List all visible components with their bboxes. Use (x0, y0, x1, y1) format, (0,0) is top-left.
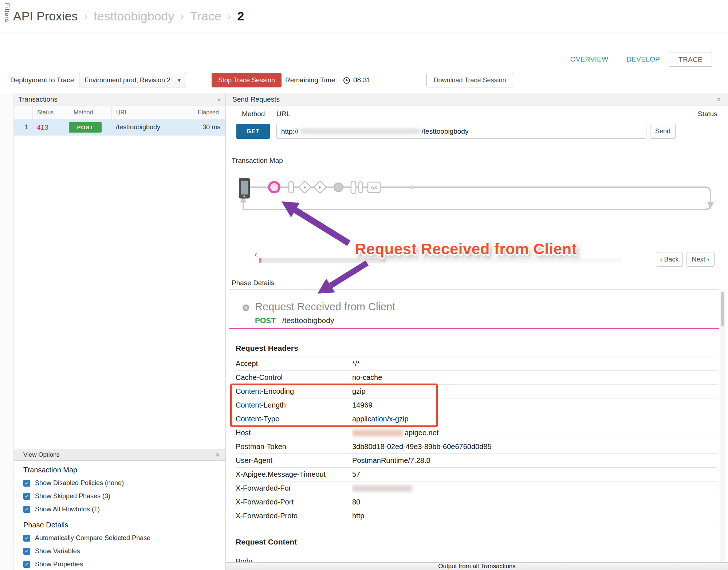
filters-strip (0, 93, 14, 570)
host-suffix: apigee.net (405, 429, 438, 437)
header-value: gzip (352, 385, 717, 398)
flow-node-f1[interactable]: F (299, 181, 311, 193)
analytics-node[interactable]: AX (368, 182, 380, 192)
header-value (352, 481, 717, 495)
collapse-panel-icon[interactable]: « (217, 95, 221, 103)
view-option-show-disabled-policies[interactable]: ✓ Show Disabled Policies (none) (23, 479, 225, 487)
phase-method: POST (255, 316, 276, 325)
phase-node[interactable] (334, 183, 343, 192)
policy-capsule-icon[interactable] (289, 181, 294, 193)
header-name: Host (236, 426, 352, 440)
method-label: Method (242, 110, 265, 118)
view-option-label[interactable]: Show Disabled Policies (none) (35, 479, 124, 487)
phase-path: /testtoobigbody (282, 316, 334, 325)
header-value: */* (352, 357, 717, 370)
view-option-show-variables[interactable]: ✓ Show Variables (23, 547, 225, 555)
checkbox-checked-icon[interactable]: ✓ (23, 535, 30, 542)
transactions-column-headers: Status Method URI Elapsed (14, 106, 225, 119)
filters-tab[interactable]: Filters (3, 3, 11, 22)
page-tabs: OVERVIEW DEVELOP TRACE (561, 52, 712, 67)
checkbox-checked-icon[interactable]: ✓ (23, 506, 30, 513)
checkbox-checked-icon[interactable]: ✓ (23, 480, 30, 487)
checkbox-checked-icon[interactable]: ✓ (23, 493, 30, 500)
view-option-label[interactable]: Show Skipped Phases (3) (35, 492, 110, 500)
header-name: Cache-Control (236, 371, 352, 384)
url-input[interactable]: http:// /testtoobigbody (276, 124, 646, 139)
request-header-row: Accept */* (236, 357, 717, 371)
send-requests-header: Send Requests « (226, 93, 728, 106)
analytics-node-label: AX (371, 185, 377, 190)
view-option-label[interactable]: Show Properties (35, 561, 83, 568)
transactions-title: Transactions (18, 95, 58, 103)
transaction-method-cell: POST (69, 119, 111, 135)
request-header-row: X-Forwarded-Proto http (236, 509, 717, 523)
policy-capsule-icon[interactable] (359, 182, 363, 193)
chevron-down-icon: ▾ (178, 77, 181, 84)
view-options-title: View Options (23, 451, 60, 459)
timeline-position-marker[interactable] (259, 258, 261, 263)
breadcrumb-proxy-name[interactable]: testtoobigbody (94, 9, 174, 23)
header-value: PostmanRuntime/7.28.0 (352, 454, 717, 467)
phase-subheading: POST /testtoobigbody (255, 316, 334, 325)
collapse-down-icon[interactable]: » (215, 453, 223, 457)
tab-overview[interactable]: OVERVIEW (561, 52, 617, 67)
transactions-panel-header: Transactions « (14, 93, 225, 106)
transaction-elapsed: 30 ms (193, 119, 225, 135)
checkbox-checked-icon[interactable]: ✓ (23, 561, 30, 568)
clock-icon (343, 77, 350, 86)
expand-panel-icon[interactable]: « (716, 98, 724, 102)
scrollbar-thumb[interactable] (721, 292, 724, 326)
back-button[interactable]: ‹ Back (656, 252, 683, 267)
panel-vertical-divider (225, 93, 226, 570)
view-option-show-properties[interactable]: ✓ Show Properties (23, 560, 225, 569)
view-option-show-skipped-phases[interactable]: ✓ Show Skipped Phases (3) (23, 492, 225, 500)
view-option-label[interactable]: Automatically Compare Selected Phase (35, 534, 150, 542)
request-header-row-highlighted: Content-Length 14969 (236, 398, 717, 412)
breadcrumb: API Proxies › testtoobigbody › Trace › 2 (0, 0, 728, 32)
request-received-node[interactable] (269, 182, 279, 192)
column-header-status: Status (32, 106, 69, 119)
header-name: Content-Type (236, 412, 352, 426)
send-button[interactable]: Send (650, 124, 676, 139)
transaction-status-code: 413 (32, 119, 69, 135)
tab-trace[interactable]: TRACE (669, 52, 712, 67)
method-get-button[interactable]: GET (236, 124, 270, 139)
breadcrumb-root[interactable]: API Proxies (13, 9, 78, 23)
breadcrumb-revision: 2 (237, 9, 244, 23)
checkbox-checked-icon[interactable]: ✓ (23, 548, 30, 555)
apigee-trace-page: API Proxies › testtoobigbody › Trace › 2… (0, 0, 728, 570)
request-header-row: Cache-Control no-cache (236, 371, 717, 385)
phase-status-dot (243, 304, 249, 311)
transaction-row[interactable]: 1 413 POST /testtoobigbody 30 ms (14, 119, 225, 135)
next-button[interactable]: Next › (686, 252, 715, 267)
view-option-label[interactable]: Show Variables (35, 547, 80, 555)
request-header-row: X-Apigee.Message-Timeout 57 (236, 468, 717, 481)
flow-line (243, 187, 711, 209)
tab-develop[interactable]: DEVELOP (617, 52, 669, 67)
stop-trace-session-button[interactable]: Stop Trace Session (212, 73, 282, 87)
view-option-show-all-flowinfos[interactable]: ✓ Show All FlowInfos (1) (23, 505, 225, 514)
policy-capsule-icon[interactable] (351, 181, 356, 193)
method-badge: POST (69, 122, 102, 133)
flow-node-f2[interactable]: F (314, 181, 326, 193)
request-content-title: Request Content (236, 538, 297, 546)
url-prefix: http:// (281, 127, 299, 135)
environment-select[interactable]: Environment prod, Revision 2 ▾ (79, 73, 186, 87)
remaining-time-value: 08:31 (353, 73, 371, 87)
column-header-elapsed: Elapsed (193, 106, 225, 119)
download-trace-session-button[interactable]: Download Trace Session (426, 73, 513, 87)
url-suffix: /testtoobigbody (422, 127, 469, 135)
view-option-auto-compare[interactable]: ✓ Automatically Compare Selected Phase (23, 534, 225, 542)
redacted-value (352, 485, 412, 492)
header-name: X-Apigee.Message-Timeout (236, 468, 352, 481)
scrollbar-track[interactable] (720, 290, 725, 562)
header-name: Accept (236, 357, 352, 370)
request-header-row: Host apigee.net (236, 426, 717, 440)
view-options-section-phase-details: Phase Details (23, 521, 225, 529)
header-name: X-Forwarded-Proto (236, 509, 352, 523)
check-glyph: ✓ (25, 549, 29, 554)
breadcrumb-trace[interactable]: Trace (190, 9, 221, 23)
annotation-text: Request Received from Client (355, 240, 577, 258)
view-option-label[interactable]: Show All FlowInfos (1) (35, 506, 100, 513)
transaction-uri: /testtoobigbody (111, 119, 193, 135)
